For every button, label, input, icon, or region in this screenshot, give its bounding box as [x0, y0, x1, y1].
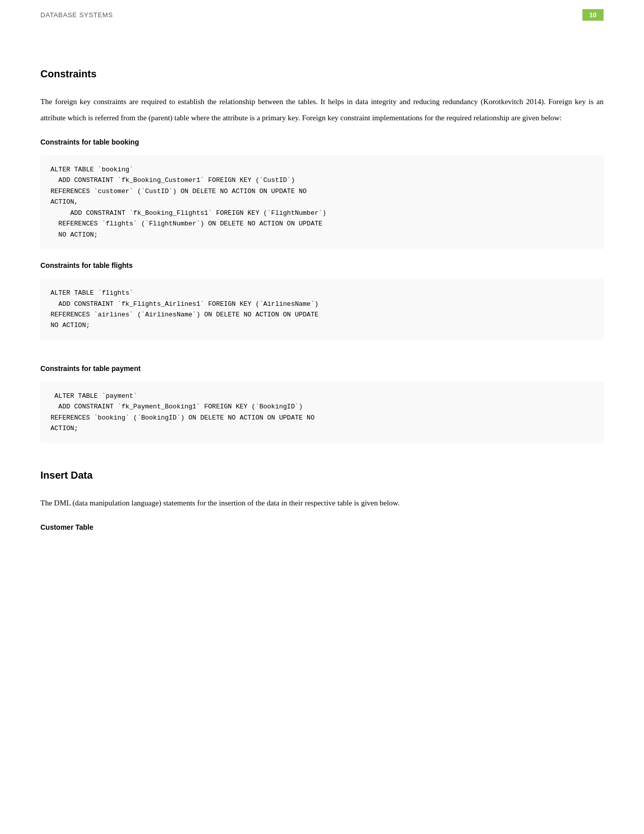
constraints-intro: The foreign key constraints are required… [40, 94, 604, 126]
document-title: DATABASE SYSTEMS [40, 11, 113, 19]
customer-table-heading: Customer Table [40, 523, 604, 531]
flights-constraints-code: ALTER TABLE `flights` ADD CONSTRAINT `fk… [40, 279, 604, 340]
payment-constraints-code: ALTER TABLE `payment` ADD CONSTRAINT `fk… [40, 382, 604, 443]
constraints-section: Constraints The foreign key constraints … [40, 68, 604, 126]
flights-constraints-heading: Constraints for table flights [40, 261, 604, 269]
page-header: DATABASE SYSTEMS 10 [0, 0, 644, 30]
booking-constraints-heading: Constraints for table booking [40, 138, 604, 146]
booking-constraints-code: ALTER TABLE `booking` ADD CONSTRAINT `fk… [40, 155, 604, 249]
booking-constraints-subsection: Constraints for table booking ALTER TABL… [40, 138, 604, 249]
page-number: 10 [582, 9, 604, 21]
payment-constraints-subsection: Constraints for table payment ALTER TABL… [40, 364, 604, 443]
insert-section: Insert Data The DML (data manipulation l… [40, 470, 604, 512]
constraints-heading: Constraints [40, 68, 604, 80]
payment-constraints-heading: Constraints for table payment [40, 364, 604, 373]
main-content: Constraints The foreign key constraints … [0, 30, 644, 571]
customer-table-subsection: Customer Table [40, 523, 604, 531]
page: DATABASE SYSTEMS 10 Constraints The fore… [0, 0, 644, 834]
insert-heading: Insert Data [40, 470, 604, 481]
flights-constraints-subsection: Constraints for table flights ALTER TABL… [40, 261, 604, 340]
insert-intro: The DML (data manipulation language) sta… [40, 495, 604, 512]
